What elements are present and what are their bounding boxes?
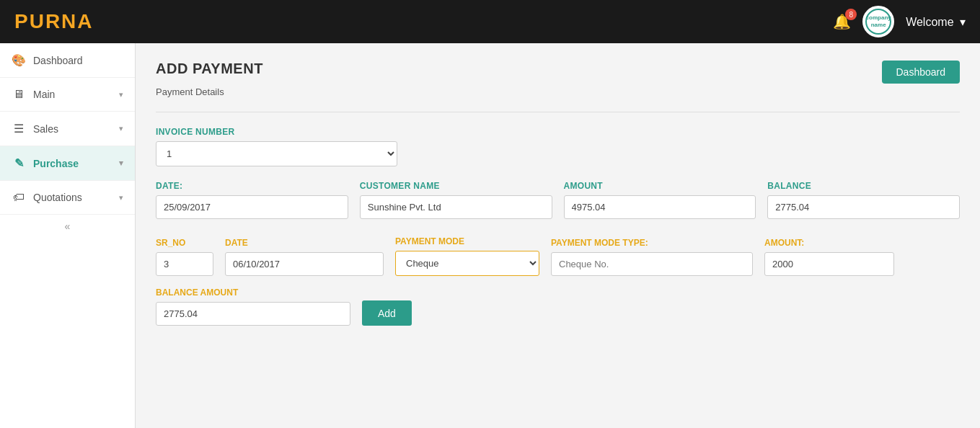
date-label: DATE: [156,181,348,191]
payment-date-field-group: DATE [225,238,384,276]
invoice-section: INVOICE NUMBER 1 2 3 [156,127,960,166]
dashboard-icon: 🎨 [12,53,26,67]
balance-amount-row: BALANCE AMOUNT Add [156,287,960,326]
invoice-number-label: INVOICE NUMBER [156,127,960,137]
notification-count: 8 [845,9,857,20]
amount-label: AMOUNT [564,181,756,191]
payment-date-label: DATE [225,238,384,248]
balance-amount-label: BALANCE AMOUNT [156,287,350,298]
payment-mode-label: PAYMENT MODE [395,236,539,246]
sr-no-field-group: SR_NO [156,238,213,276]
payment-mode-type-input[interactable] [551,252,753,276]
invoice-number-select[interactable]: 1 2 3 [156,141,397,166]
company-name-label: companyname [865,9,891,35]
page-title: ADD PAYMENT [156,61,263,77]
date-field-group: DATE: [156,181,348,219]
balance-input[interactable] [767,195,960,219]
sidebar-item-quotations[interactable]: 🏷 Quotations ▾ [0,181,135,215]
quotations-icon: 🏷 [12,191,26,204]
quotations-chevron-icon: ▾ [119,193,123,202]
payment-amount-label: AMOUNT: [764,238,894,248]
sidebar-label-main: Main [33,89,112,100]
divider [156,112,960,112]
date-input[interactable] [156,195,348,219]
welcome-dropdown-icon: ▾ [960,16,966,28]
balance-label: BALANCE [767,181,960,191]
sidebar-label-purchase: Purchase [33,158,112,169]
collapse-icon: « [65,220,71,232]
sidebar: 🎨 Dashboard 🖥 Main ▾ ☰ Sales ▾ ✎ Purchas… [0,43,136,428]
payment-mode-type-field-group: PAYMENT MODE TYPE: [551,238,753,276]
sidebar-label-sales: Sales [33,123,112,135]
purchase-icon: ✎ [12,156,26,170]
company-badge[interactable]: companyname [862,6,894,37]
app-header: PURNA 🔔 8 companyname Welcome ▾ [0,0,980,43]
sidebar-item-purchase[interactable]: ✎ Purchase ▾ [0,146,135,181]
welcome-label[interactable]: Welcome ▾ [906,15,966,29]
customer-name-field-group: CUSTOMER NAME [360,181,552,219]
payment-amount-field-group: AMOUNT: [764,238,894,276]
welcome-text: Welcome [906,16,953,28]
sr-no-input[interactable] [156,252,213,276]
sidebar-item-main[interactable]: 🖥 Main ▾ [0,78,135,112]
header-right: 🔔 8 companyname Welcome ▾ [833,6,966,37]
app-logo: PURNA [14,10,94,33]
sr-no-label: SR_NO [156,238,213,248]
sidebar-item-dashboard[interactable]: 🎨 Dashboard [0,43,135,78]
balance-amount-input[interactable] [156,302,350,326]
payment-amount-input[interactable] [764,252,894,276]
sidebar-label-dashboard: Dashboard [33,55,123,66]
customer-name-label: CUSTOMER NAME [360,181,552,191]
payment-section: SR_NO DATE PAYMENT MODE Cheque Cash Bank… [156,236,960,326]
app-layout: 🎨 Dashboard 🖥 Main ▾ ☰ Sales ▾ ✎ Purchas… [0,43,980,428]
payment-mode-select[interactable]: Cheque Cash Bank Transfer [395,251,539,276]
payment-mode-type-label: PAYMENT MODE TYPE: [551,238,753,248]
details-row: DATE: CUSTOMER NAME AMOUNT BALANCE [156,181,960,219]
main-content: ADD PAYMENT Dashboard Payment Details IN… [136,43,980,428]
main-chevron-icon: ▾ [119,90,123,99]
sidebar-label-quotations: Quotations [33,192,112,203]
dashboard-button[interactable]: Dashboard [882,61,961,84]
page-header: ADD PAYMENT Dashboard [156,61,960,84]
notification-bell[interactable]: 🔔 8 [833,13,851,30]
balance-field-group: BALANCE [767,181,960,219]
amount-input[interactable] [564,195,756,219]
balance-amount-field-group: BALANCE AMOUNT [156,287,350,326]
sales-chevron-icon: ▾ [119,124,123,133]
sidebar-item-sales[interactable]: ☰ Sales ▾ [0,112,135,146]
payment-mode-field-group: PAYMENT MODE Cheque Cash Bank Transfer [395,236,539,276]
amount-field-group: AMOUNT [564,181,756,219]
payment-date-input[interactable] [225,252,384,276]
payment-row: SR_NO DATE PAYMENT MODE Cheque Cash Bank… [156,236,960,276]
main-icon: 🖥 [12,88,26,101]
customer-name-input[interactable] [360,195,552,219]
purchase-chevron-icon: ▾ [119,159,123,168]
sales-icon: ☰ [12,122,26,135]
sidebar-collapse-button[interactable]: « [0,215,135,238]
section-subtitle: Payment Details [156,86,960,97]
add-button[interactable]: Add [362,300,412,326]
